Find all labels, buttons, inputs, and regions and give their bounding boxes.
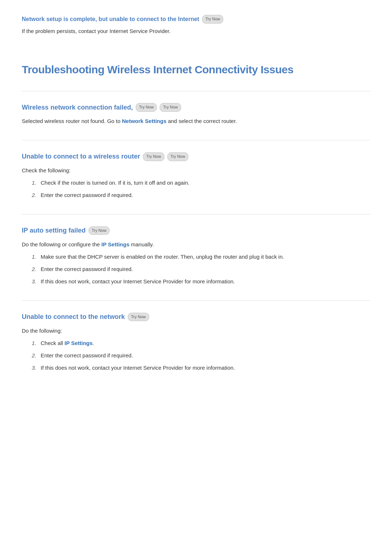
list-item: 2. Enter the correct password if require… — [29, 191, 370, 200]
wireless-network-body: Selected wireless router not found. Go t… — [22, 117, 370, 126]
ip-auto-body-text-1: Do the following or configure the — [22, 241, 101, 247]
unable-router-try-now-2[interactable]: Try Now — [167, 152, 189, 161]
ip-auto-title-row: IP auto setting failed Try Now — [22, 225, 370, 236]
section-unable-to-connect-router: Unable to connect to a wireless router T… — [22, 140, 370, 200]
network-setup-description: If the problem persists, contact your In… — [22, 27, 370, 36]
wireless-network-try-now-1[interactable]: Try Now — [136, 103, 157, 112]
unable-network-heading: Unable to connect to the network — [22, 312, 125, 322]
network-setup-title-text: Network setup is complete, but unable to… — [22, 15, 199, 24]
ip-settings-link-2[interactable]: IP Settings — [65, 340, 93, 346]
list-item: 2. Enter the correct password if require… — [29, 265, 370, 274]
unable-network-body: Do the following: — [22, 327, 370, 335]
unable-network-list: 1. Check all IP Settings. 2. Enter the c… — [29, 339, 370, 372]
unable-router-try-now-1[interactable]: Try Now — [143, 152, 164, 161]
section-ip-auto-setting: IP auto setting failed Try Now Do the fo… — [22, 214, 370, 286]
ip-auto-body: Do the following or configure the IP Set… — [22, 240, 370, 249]
list-item: 2. Enter the correct password if require… — [29, 351, 370, 360]
unable-network-title-row: Unable to connect to the network Try Now — [22, 312, 370, 322]
ip-auto-list: 1. Make sure that the DHCP server is ena… — [29, 253, 370, 286]
network-setup-title-row: Network setup is complete, but unable to… — [22, 15, 370, 24]
list-item: 3. If this does not work, contact your I… — [29, 277, 370, 286]
ip-auto-try-now-1[interactable]: Try Now — [89, 226, 110, 235]
unable-router-list: 1. Check if the router is turned on. If … — [29, 178, 370, 200]
section-wireless-network-failed: Wireless network connection failed, Try … — [22, 91, 370, 126]
list-item: 1. Make sure that the DHCP server is ena… — [29, 253, 370, 261]
unable-router-check-text: Check the following: — [22, 166, 370, 175]
section-unable-to-connect-network: Unable to connect to the network Try Now… — [22, 300, 370, 372]
list-item: 3. If this does not work, contact your I… — [29, 364, 370, 372]
ip-settings-link-1[interactable]: IP Settings — [101, 241, 129, 247]
top-section: Network setup is complete, but unable to… — [22, 15, 370, 46]
wireless-network-body-text-1: Selected wireless router not found. Go t… — [22, 118, 122, 124]
unable-network-try-now-1[interactable]: Try Now — [128, 313, 149, 321]
unable-router-title-row: Unable to connect to a wireless router T… — [22, 151, 370, 162]
page-title: Troubleshooting Wireless Internet Connec… — [22, 61, 370, 78]
ip-auto-heading: IP auto setting failed — [22, 225, 86, 236]
list-item: 1. Check all IP Settings. — [29, 339, 370, 348]
network-setup-try-now-badge[interactable]: Try Now — [202, 15, 224, 24]
unable-router-heading: Unable to connect to a wireless router — [22, 151, 140, 162]
ip-auto-body-text-2: manually. — [131, 241, 154, 247]
wireless-network-try-now-2[interactable]: Try Now — [160, 103, 181, 112]
network-settings-link[interactable]: Network Settings — [122, 118, 167, 124]
wireless-network-heading: Wireless network connection failed, — [22, 102, 133, 113]
list-item: 1. Check if the router is turned on. If … — [29, 178, 370, 187]
wireless-network-body-text-2: and select the correct router. — [168, 118, 237, 124]
wireless-network-title-row: Wireless network connection failed, Try … — [22, 102, 370, 113]
